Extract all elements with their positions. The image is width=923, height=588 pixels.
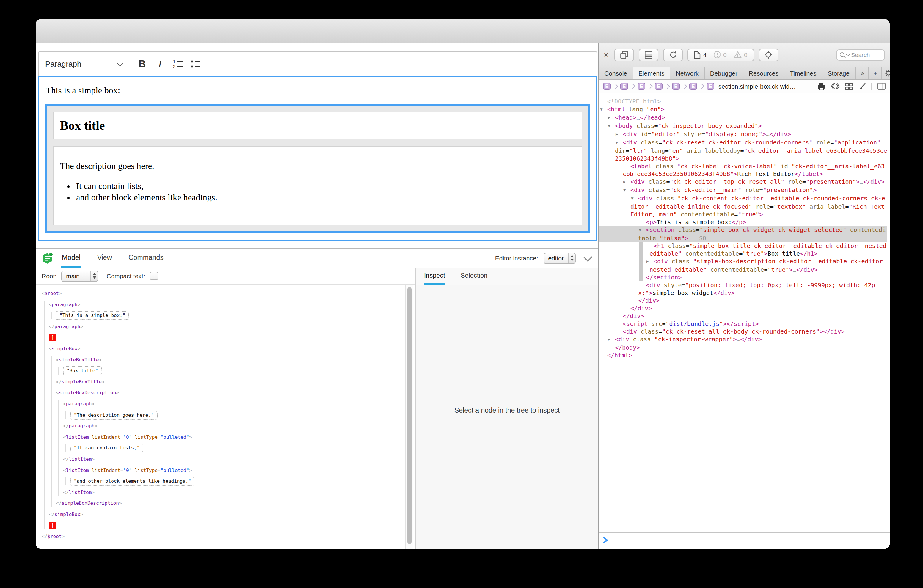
reload-page-button[interactable] xyxy=(663,48,683,61)
expand-node-icon[interactable]: ▶ xyxy=(608,336,615,344)
expand-node-icon[interactable]: ▶ xyxy=(647,258,654,266)
devtools-tab-resources[interactable]: Resources xyxy=(743,67,784,79)
numbered-list-button[interactable]: 12 xyxy=(169,55,187,73)
dom-tree-node[interactable]: <p>This is a simple box:</p> xyxy=(599,218,887,226)
dom-tree-node[interactable]: </div> xyxy=(599,297,887,304)
dom-tree-node[interactable]: ▼<html lang="en"> xyxy=(599,105,887,113)
devtools-tab-network[interactable]: Network xyxy=(670,67,705,79)
collapse-node-icon[interactable]: ▼ xyxy=(616,139,622,147)
dom-tree-node[interactable]: ▼<div class="ck ck-editor__main" role="p… xyxy=(599,186,887,194)
scrollbar-thumb[interactable] xyxy=(407,287,412,544)
breadcrumb-element-badge[interactable]: E xyxy=(672,83,680,90)
editor-paragraph[interactable]: This is a simple box: xyxy=(46,85,591,96)
devtools-tab-console[interactable]: Console xyxy=(599,67,633,79)
compact-text-checkbox[interactable] xyxy=(150,272,158,280)
inspector-tab-commands[interactable]: Commands xyxy=(127,248,165,268)
simple-box-widget[interactable]: Box title The description goes here. It … xyxy=(45,104,590,233)
tree-scrollbar[interactable] xyxy=(405,285,413,549)
collapse-node-icon[interactable]: ▼ xyxy=(639,227,646,234)
dom-tree-node[interactable]: <!DOCTYPE html> xyxy=(599,97,887,105)
model-tree-line[interactable]: </simpleBox> xyxy=(36,509,415,521)
devtools-tab-debugger[interactable]: Debugger xyxy=(705,67,743,79)
devtools-tab-timelines[interactable]: Timelines xyxy=(784,67,822,79)
show-source-code-button[interactable] xyxy=(831,83,840,90)
model-tree-line[interactable]: "Box title" xyxy=(36,366,415,377)
collapse-node-icon[interactable]: ▼ xyxy=(631,195,638,203)
details-sidebar-toggle[interactable] xyxy=(877,83,885,90)
root-select[interactable]: main xyxy=(61,270,98,281)
heading-dropdown[interactable]: Paragraph xyxy=(45,59,123,68)
bulleted-list-button[interactable] xyxy=(187,55,205,73)
collapse-node-icon[interactable]: ▼ xyxy=(608,123,615,130)
breadcrumb-selected-node[interactable]: section.simple-box.ck-wid… xyxy=(718,83,796,90)
model-tree-line[interactable]: "This is a simple box:" xyxy=(36,310,415,321)
dom-tree-node[interactable]: ▶<div id="editor" style="display: none;"… xyxy=(599,130,887,138)
expand-node-icon[interactable]: ▶ xyxy=(608,114,615,122)
model-tree-line[interactable]: <simpleBoxTitle> xyxy=(36,355,415,366)
editor-editable-area[interactable]: This is a simple box: Box title The desc… xyxy=(38,76,597,241)
tab-overflow-button[interactable]: » xyxy=(856,67,869,79)
dom-tree-node[interactable]: ▶<div class="ck ck-editor__top ck-reset_… xyxy=(599,178,887,186)
model-tree-line[interactable]: <listItem listIndent="0" listType="bulle… xyxy=(36,465,415,476)
dom-tree-node[interactable]: ▶<div class="ck-inspector-wrapper">…</di… xyxy=(599,335,887,344)
model-tree-line[interactable]: <listItem listIndent="0" listType="bulle… xyxy=(36,432,415,443)
print-styles-button[interactable] xyxy=(817,82,826,90)
dom-tree-node[interactable]: ▼<body class="ck-inspector-body-expanded… xyxy=(599,122,887,130)
model-tree-line[interactable]: <paragraph> xyxy=(36,299,415,310)
dom-tree-node[interactable]: <div class="ck ck-reset_all ck-body ck-r… xyxy=(599,328,887,335)
dom-tree-node[interactable]: <label class="ck ck-label ck-voice-label… xyxy=(599,162,887,178)
model-tree-line[interactable]: </paragraph> xyxy=(36,421,415,432)
collapse-inspector-icon[interactable] xyxy=(583,252,592,261)
dom-tree-node[interactable]: ▼<div class="ck ck-content ck-editor__ed… xyxy=(599,194,887,218)
model-tree-line[interactable]: </$root> xyxy=(36,532,415,542)
collapse-node-icon[interactable]: ▼ xyxy=(623,187,631,194)
issues-summary-group[interactable]: 4 0 0 xyxy=(688,48,754,61)
breadcrumb-element-badge[interactable]: E xyxy=(603,83,611,90)
model-tree-line[interactable]: </listItem> xyxy=(36,487,415,498)
dom-tree-node[interactable]: </div> xyxy=(599,312,887,320)
inspector-tab-view[interactable]: View xyxy=(96,248,113,268)
dom-tree-node[interactable]: </html> xyxy=(599,351,887,359)
breadcrumb-element-badge[interactable]: E xyxy=(689,83,697,90)
model-tree-line[interactable]: <$root> xyxy=(36,288,415,299)
model-tree-line[interactable]: <simpleBox> xyxy=(36,344,415,355)
inspector-tab-model[interactable]: Model xyxy=(61,248,82,268)
breadcrumb-element-badge[interactable]: E xyxy=(620,83,628,90)
side-tab-selection[interactable]: Selection xyxy=(461,268,488,285)
simple-box-title-field[interactable]: Box title xyxy=(53,112,582,139)
side-tab-inspect[interactable]: Inspect xyxy=(424,268,445,285)
model-tree-line[interactable]: ] xyxy=(36,521,415,532)
model-tree-line[interactable]: "and other block elements like headings.… xyxy=(36,476,415,487)
dom-tree-node[interactable]: </div> xyxy=(599,304,887,312)
devtools-search-field[interactable]: Search xyxy=(836,49,885,60)
expand-node-icon[interactable]: ▶ xyxy=(616,131,622,138)
simple-box-description-field[interactable]: The description goes here. It can contai… xyxy=(53,146,582,225)
console-prompt[interactable] xyxy=(599,532,890,549)
collapse-node-icon[interactable]: ▼ xyxy=(600,106,607,113)
model-tree-line[interactable]: </paragraph> xyxy=(36,322,415,333)
model-tree-line[interactable]: </simpleBoxDescription> xyxy=(36,499,415,509)
dom-tree-node[interactable]: </body> xyxy=(599,344,887,351)
dom-tree-node[interactable]: ▼<section class="simple-box ck-widget ck… xyxy=(599,226,887,242)
expand-node-icon[interactable]: ▶ xyxy=(623,178,631,186)
model-tree-line[interactable]: "The description goes here." xyxy=(36,410,415,421)
settings-gear-button[interactable] xyxy=(882,67,890,79)
layout-grid-button[interactable] xyxy=(845,82,853,90)
close-devtools-button[interactable]: × xyxy=(604,50,608,59)
add-devtools-tab-button[interactable]: + xyxy=(869,67,882,79)
model-tree-line[interactable]: <paragraph> xyxy=(36,399,415,410)
dom-tree-node[interactable]: <script src="dist/bundle.js"></script> xyxy=(599,320,887,328)
breadcrumb-element-badge[interactable]: E xyxy=(637,83,645,90)
model-tree-line[interactable]: [ xyxy=(36,333,415,344)
element-picker-button[interactable] xyxy=(759,48,778,61)
editor-instance-select[interactable]: editor xyxy=(543,252,576,264)
duplicate-tab-button[interactable] xyxy=(614,48,634,61)
breadcrumb-element-badge[interactable]: E xyxy=(706,83,714,90)
breadcrumb-element-badge[interactable]: E xyxy=(655,83,662,90)
split-console-button[interactable] xyxy=(639,48,659,61)
italic-button[interactable]: I xyxy=(151,55,169,73)
dom-tree-node[interactable]: ▼<div class="ck ck-reset ck-editor ck-ro… xyxy=(599,138,887,162)
devtools-tab-storage[interactable]: Storage xyxy=(822,67,856,79)
model-tree-line[interactable]: "It can contain lists," xyxy=(36,443,415,454)
dom-tree-node[interactable]: <div style="position: fixed; top: 0px; l… xyxy=(599,281,887,297)
